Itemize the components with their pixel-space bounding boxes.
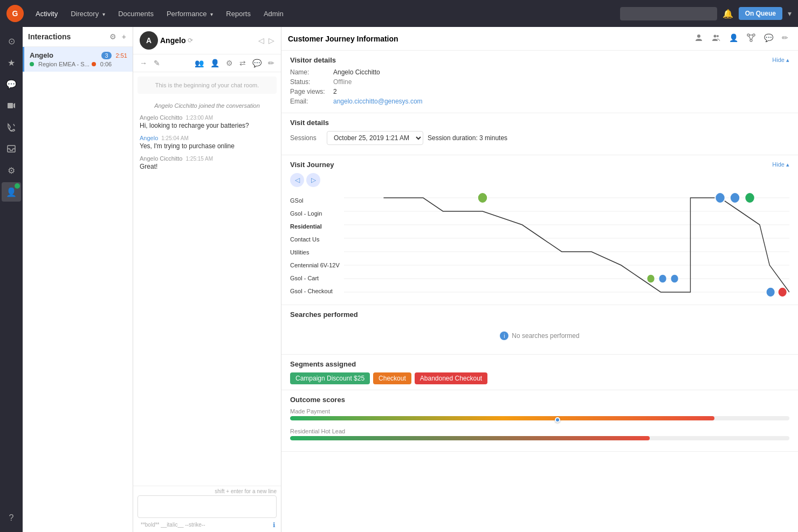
searches-section: Searches performed i No searches perform… <box>281 305 798 355</box>
svg-line-11 <box>749 36 751 39</box>
chart-labels: GSol Gsol - Login Residential Contact Us… <box>290 191 344 300</box>
sidebar-icon-chat[interactable]: 💬 <box>2 74 21 94</box>
contact-sub: Region EMEA - S... <box>38 61 90 67</box>
interactions-add-icon[interactable]: + <box>121 31 127 42</box>
tool-person[interactable] <box>691 31 706 46</box>
svg-point-28 <box>766 287 775 297</box>
no-searches-label: No searches performed <box>512 332 579 340</box>
chat-tool-settings[interactable]: ⚙ <box>224 57 235 70</box>
nav-directory[interactable]: Directory <box>65 6 111 21</box>
visitor-pageviews-value: 2 <box>333 88 337 95</box>
sidebar-icon-home[interactable]: ⊙ <box>2 31 21 51</box>
nav-right-section: 🔔 On Queue ▾ <box>620 7 792 20</box>
sidebar-icon-settings[interactable]: ⚙ <box>2 161 21 180</box>
sidebar-icons: ⊙ ★ 💬 ⚙ 👤 ? <box>0 27 23 532</box>
session-label: Sessions <box>290 134 322 142</box>
nav-chevron-icon[interactable]: ▾ <box>788 9 792 18</box>
outcomes-title: Outcome scores <box>290 396 789 404</box>
chat-tab-edit[interactable]: ✎ <box>152 57 162 70</box>
svg-point-6 <box>717 35 719 37</box>
journey-next-button[interactable]: ▷ <box>306 173 320 187</box>
svg-point-26 <box>659 274 667 283</box>
nav-activity[interactable]: Activity <box>30 6 63 21</box>
nav-documents[interactable]: Documents <box>113 6 159 21</box>
chat-tool-people[interactable]: 👥 <box>192 57 206 70</box>
tool-user-circle[interactable]: 👤 <box>726 31 741 46</box>
chat-options-icon[interactable]: ⟳ <box>188 37 193 44</box>
no-searches-text: i No searches performed <box>290 323 789 349</box>
svg-marker-1 <box>13 103 15 108</box>
contact-name: Angelo <box>30 51 99 59</box>
chart-label-7: Gsol - Checkout <box>290 285 344 298</box>
visit-journey-title: Visit Journey <box>290 161 772 169</box>
journey-toolbar: 👤 💬 ✏ <box>691 31 792 46</box>
chat-info-icon[interactable]: ℹ <box>273 521 276 529</box>
segment-tags: Campaign Discount $25 Checkout Abandoned… <box>290 372 789 384</box>
chart-label-0: GSol <box>290 194 344 207</box>
chat-tool-user[interactable]: 👤 <box>208 57 222 70</box>
tool-people[interactable] <box>708 31 724 46</box>
svg-point-4 <box>697 34 700 38</box>
svg-point-8 <box>753 34 755 36</box>
contact-badge: 3 <box>101 52 111 59</box>
sidebar-icon-help[interactable]: ? <box>2 508 21 528</box>
nav-forward-icon[interactable]: ▷ <box>269 36 274 45</box>
visit-journey-section: Visit Journey Hide ◁ ▷ GSol Gsol - Login… <box>281 155 798 305</box>
on-queue-button[interactable]: On Queue <box>739 7 782 20</box>
visit-section-title: Visit details <box>290 119 789 127</box>
sidebar-icon-phone-mute[interactable] <box>2 118 21 137</box>
svg-point-9 <box>750 39 752 42</box>
tool-flow[interactable] <box>744 31 759 46</box>
segment-tag-0[interactable]: Campaign Discount $25 <box>290 372 370 384</box>
tool-edit[interactable]: ✏ <box>779 31 792 46</box>
notification-bell-icon[interactable]: 🔔 <box>723 9 733 19</box>
journey-panel: Customer Journey Information 👤 💬 ✏ Visit… <box>281 27 798 532</box>
top-navigation: G Activity Directory Documents Performan… <box>0 0 798 27</box>
chat-format-hint: **bold** __italic__ --strike-- <box>139 521 208 529</box>
sidebar-icon-people[interactable]: 👤 <box>2 182 21 202</box>
interactions-settings-icon[interactable]: ⚙ <box>108 31 118 42</box>
chat-tool-routing[interactable]: ⇄ <box>237 57 248 70</box>
visit-journey-hide-button[interactable]: Hide <box>772 161 789 168</box>
contact-item-angelo[interactable]: Angelo 3 2:51 Region EMEA - S... 0:06 <box>23 47 133 72</box>
chart-svg-area <box>344 191 789 300</box>
visit-details-section: Visit details Sessions October 25, 2019 … <box>281 113 798 155</box>
contact-status-dot <box>30 62 34 66</box>
svg-point-21 <box>478 192 487 203</box>
chat-tool-bubble[interactable]: 💬 <box>250 57 264 70</box>
msg-time-2: 1:25:15 AM <box>186 156 214 162</box>
svg-point-5 <box>714 35 717 38</box>
journey-prev-button[interactable]: ◁ <box>290 173 304 187</box>
tool-chat[interactable]: 💬 <box>761 31 776 46</box>
global-search-input[interactable] <box>620 7 717 20</box>
msg-sender-2: Angelo Cicchitto <box>140 155 183 162</box>
contact-sub-time: 0:06 <box>100 61 112 67</box>
visitor-name-value: Angelo Cicchitto <box>333 68 380 76</box>
sidebar-icon-star[interactable]: ★ <box>2 53 21 72</box>
sidebar-icon-video[interactable] <box>2 96 21 115</box>
msg-text-0: Hi, looking to recharge your batteries? <box>140 122 274 129</box>
nav-reports[interactable]: Reports <box>221 6 256 21</box>
chat-tab-arrow[interactable]: → <box>137 57 149 70</box>
session-duration: Session duration: 3 minutes <box>428 134 507 142</box>
app-logo[interactable]: G <box>6 5 24 22</box>
msg-sender-1: Angelo <box>140 135 158 141</box>
svg-line-12 <box>752 36 753 39</box>
chart-label-1: Gsol - Login <box>290 207 344 220</box>
nav-performance[interactable]: Performance <box>161 6 218 21</box>
chat-tool-pen[interactable]: ✏ <box>266 57 277 70</box>
segment-tag-2[interactable]: Abandoned Checkout <box>415 372 487 384</box>
segment-tag-1[interactable]: Checkout <box>373 372 411 384</box>
nav-admin[interactable]: Admin <box>258 6 289 21</box>
outcome-1: Residential Hot Lead <box>290 428 789 440</box>
visitor-hide-button[interactable]: Hide <box>772 57 789 64</box>
nav-back-icon[interactable]: ◁ <box>258 36 264 45</box>
interactions-title: Interactions <box>28 32 105 41</box>
svg-point-7 <box>747 34 749 36</box>
chat-input[interactable] <box>137 495 277 518</box>
sidebar-icon-inbox[interactable] <box>2 139 21 158</box>
svg-point-22 <box>715 192 725 203</box>
outcomes-section: Outcome scores Made Payment Residential … <box>281 390 798 452</box>
msg-text-1: Yes, I'm trying to purchase online <box>140 142 274 150</box>
session-select[interactable]: October 25, 2019 1:21 AM <box>327 131 423 145</box>
